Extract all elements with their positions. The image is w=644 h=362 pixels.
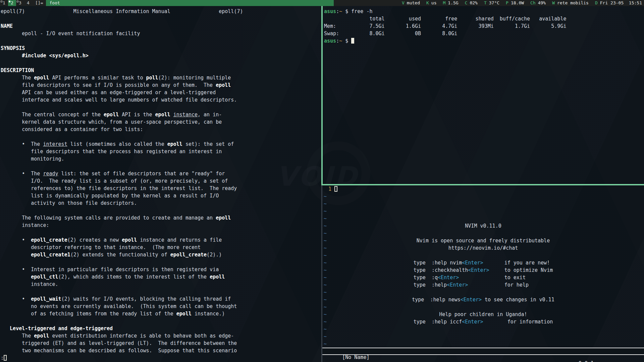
- neovim-window[interactable]: 1 ~~~~~NVIM v0.11.0~~Nvim is open source…: [322, 185, 644, 362]
- shell-output-line: Swap: 8.0Gi 0B 8.0Gi: [324, 30, 644, 37]
- pager-prompt: :: [1, 354, 321, 362]
- shell-command-line: asus:~ $ free -h: [324, 8, 644, 15]
- shell-command: free -h: [351, 8, 372, 14]
- cursor-block: [351, 38, 354, 44]
- man-line: NAME: [1, 22, 321, 30]
- status-value: Fri 23-05 15:51: [600, 0, 642, 5]
- prompt-separator: :: [336, 38, 339, 44]
- tilde-marker: ~: [322, 201, 327, 207]
- prompt-user: asus: [324, 38, 336, 44]
- man-line: Level-triggered and edge-triggered: [1, 325, 321, 332]
- splash-line: Help poor children in Uganda!: [322, 311, 644, 318]
- man-line: of as fetching items from the ready list…: [1, 310, 321, 317]
- status-module-t: T37°C: [484, 0, 499, 6]
- terminal-window-man-epoll[interactable]: epoll(7) Miscellaneous Information Manua…: [0, 6, 321, 362]
- nvim-row: ~NVIM v0.11.0: [322, 222, 644, 230]
- nvim-row: ~: [322, 200, 644, 207]
- man-line: [1, 317, 321, 325]
- status-module-d: DFri 23-05 15:51: [595, 0, 642, 6]
- nvim-row: ~: [322, 340, 644, 348]
- status-key: V: [402, 0, 405, 5]
- tag-client-indicator: [9, 1, 10, 2]
- status-module-c: C02%: [465, 0, 478, 6]
- man-line: [1, 258, 321, 266]
- nvim-row: ~https://neovim.io/#chat: [322, 244, 644, 252]
- status-bar: 1234 []= foot VmutedKusM1.5GC02%T37°CP18…: [0, 0, 644, 6]
- man-line: The following system calls are provided …: [1, 214, 321, 222]
- man-line: descriptor referring to that instance. (…: [1, 244, 321, 251]
- man-line: activity on those file descriptors.: [1, 199, 321, 207]
- unfocused-border-vertical: [321, 185, 322, 362]
- status-value: rete mobilis: [557, 0, 589, 5]
- man-line: references to) the file descriptors in t…: [1, 185, 321, 192]
- nvim-row: ~: [322, 193, 644, 200]
- neovim-buffer: 1 ~~~~~NVIM v0.11.0~~Nvim is open source…: [322, 185, 644, 348]
- man-line: [1, 163, 321, 170]
- tilde-marker: ~: [322, 289, 327, 295]
- man-line: [1, 37, 321, 45]
- status-key: Ch: [530, 0, 536, 5]
- status-module-v: Vmuted: [402, 0, 420, 6]
- tilde-marker: ~: [322, 326, 327, 332]
- nvim-row: ~type :checkhealth<Enter> to optimize Nv…: [322, 266, 644, 274]
- status-key: K: [426, 0, 429, 5]
- layout-symbol[interactable]: []=: [32, 0, 46, 6]
- splash-line: type :checkhealth<Enter> to optimize Nvi…: [322, 266, 644, 274]
- shell-content: asus:~ $ free -h total used free shared …: [324, 8, 644, 45]
- man-line: The central concept of the epoll API is …: [1, 111, 321, 118]
- nvim-row: ~type :help news<Enter> to see changes i…: [322, 296, 644, 303]
- man-line: [1, 229, 321, 236]
- man-line: I/O. The ready list is a subset of (or, …: [1, 177, 321, 185]
- prompt-separator: :: [336, 8, 339, 14]
- tag-client-indicator: [17, 1, 18, 2]
- tilde-marker: ~: [322, 193, 327, 199]
- man-line: [1, 59, 321, 67]
- workspace-tag-4[interactable]: 4: [24, 0, 32, 6]
- man-line: file descriptors that the process has re…: [1, 148, 321, 155]
- nvim-row: ~: [322, 215, 644, 222]
- workspace-tag-3[interactable]: 3: [16, 0, 24, 6]
- nvim-row: ~: [322, 207, 644, 215]
- tilde-marker: ~: [322, 304, 327, 310]
- nvim-row: ~Help poor children in Uganda!: [322, 311, 644, 318]
- man-line: API can be used either as an edge-trigge…: [1, 89, 321, 96]
- desktop: VOID 1234 []= foot VmutedKusM1.5GC02%T37…: [0, 0, 644, 362]
- status-value: us: [431, 0, 437, 5]
- man-line: [1, 207, 321, 214]
- status-value: muted: [407, 0, 420, 5]
- man-line: • epoll_wait(2) waits for I/O events, bl…: [1, 295, 321, 303]
- terminal-window-shell[interactable]: asus:~ $ free -h total used free shared …: [323, 6, 644, 184]
- bar-spacer: [334, 0, 402, 6]
- workspace-tag-1[interactable]: 1: [0, 0, 8, 6]
- man-line: list is dynamically populated by the ker…: [1, 192, 321, 199]
- window-title-segment[interactable]: foot: [46, 0, 334, 6]
- prompt-symbol: $: [342, 38, 351, 44]
- man-line: [1, 288, 321, 295]
- prompt-symbol: $: [342, 8, 351, 14]
- prompt-path: ~: [339, 38, 342, 44]
- splash-line: type :q<Enter> to exit: [322, 274, 644, 281]
- man-line: [1, 133, 321, 140]
- nvim-row: 1: [322, 185, 644, 193]
- man-line: two mechanisms can be described as follo…: [1, 347, 321, 354]
- nvim-row: ~: [322, 303, 644, 311]
- nvim-row: ~type :help iccf<Enter> for information: [322, 318, 644, 325]
- status-key: T: [484, 0, 487, 5]
- man-line: epoll_ctl(2), which adds items to the in…: [1, 273, 321, 281]
- prompt-path: ~: [339, 8, 342, 14]
- nvim-row: ~: [322, 289, 644, 296]
- tilde-marker: ~: [322, 341, 327, 347]
- tilde-marker: ~: [322, 252, 327, 258]
- man-page-content: epoll(7) Miscellaneous Information Manua…: [1, 8, 321, 362]
- splash-line: type :help<Enter> for help: [322, 281, 644, 289]
- shell-output-line: total used free shared buff/cache availa…: [324, 15, 644, 22]
- nvim-row: ~type :q<Enter> to exit: [322, 274, 644, 281]
- man-line: triggered (ET) and as level-triggered (L…: [1, 340, 321, 347]
- man-line: • The ready list: the set of file descri…: [1, 170, 321, 177]
- man-line: [1, 15, 321, 22]
- tilde-marker: ~: [322, 208, 327, 214]
- tag-client-indicator: [1, 1, 2, 2]
- status-key: C: [465, 0, 468, 5]
- workspace-tag-2[interactable]: 2: [8, 0, 16, 6]
- status-value: 37°C: [489, 0, 499, 5]
